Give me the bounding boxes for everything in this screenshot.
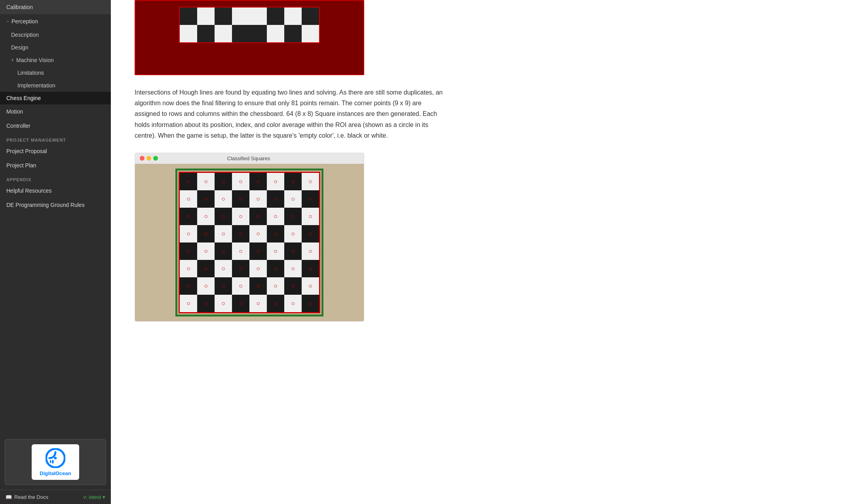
sidebar-item-de-programming[interactable]: DE Programming Ground Rules bbox=[0, 198, 111, 212]
sidebar-item-chess-engine[interactable]: Chess Engine bbox=[0, 92, 111, 104]
book-icon: 📖 bbox=[6, 494, 12, 500]
main-content: Intersections of Hough lines are found b… bbox=[111, 0, 848, 504]
dot-minimize bbox=[146, 156, 151, 161]
sidebar-ad-section: DigitalOcean bbox=[0, 434, 111, 490]
sidebar-item-helpful-resources[interactable]: Helpful Resources bbox=[0, 184, 111, 198]
sidebar: Calibration − Perception Description Des… bbox=[0, 0, 111, 504]
section-appendix: APPENDIX bbox=[0, 172, 111, 184]
limitations-label: Limitations bbox=[17, 70, 44, 76]
sidebar-item-project-proposal[interactable]: Project Proposal bbox=[0, 144, 111, 158]
classified-board-container: ○ ○ ○ ○ ○ ○ ○ ○ ○ ○ ○ ○ ○ ○ ○ ○ ○ ○ ○ bbox=[135, 164, 364, 321]
project-proposal-label: Project Proposal bbox=[6, 148, 47, 154]
sidebar-item-controller[interactable]: Controller bbox=[0, 119, 111, 133]
sidebar-item-design[interactable]: Design bbox=[0, 41, 111, 54]
section-project-management: PROJECT MANAGEMENT bbox=[0, 133, 111, 144]
chess-engine-label: Chess Engine bbox=[6, 95, 41, 101]
machine-vision-label: Machine Vision bbox=[16, 57, 54, 63]
sidebar-item-calibration[interactable]: Calibration bbox=[0, 0, 111, 14]
version-selector[interactable]: v: latest ▾ bbox=[84, 494, 105, 500]
sidebar-item-motion[interactable]: Motion bbox=[0, 104, 111, 119]
expand-icon-perception: − bbox=[6, 19, 9, 24]
main-paragraph: Intersections of Hough lines are found b… bbox=[135, 87, 443, 141]
motion-label: Motion bbox=[6, 108, 23, 115]
version-label: v: latest bbox=[84, 494, 101, 500]
design-label: Design bbox=[11, 44, 29, 51]
top-chess-image bbox=[135, 0, 364, 75]
chess-board-top bbox=[135, 1, 363, 74]
dot-maximize bbox=[153, 156, 158, 161]
sidebar-item-machine-vision[interactable]: + Machine Vision bbox=[0, 54, 111, 66]
dot-close bbox=[140, 156, 145, 161]
helpful-resources-label: Helpful Resources bbox=[6, 188, 51, 194]
project-plan-label: Project Plan bbox=[6, 162, 36, 169]
sidebar-item-description[interactable]: Description bbox=[0, 28, 111, 41]
read-docs-label: Read the Docs bbox=[14, 494, 48, 500]
do-ad-box[interactable]: DigitalOcean bbox=[5, 439, 106, 485]
classified-squares-image: Classified Squares ○ ○ ○ ○ ○ ○ ○ ○ ○ ○ ○… bbox=[135, 153, 364, 322]
do-logo-icon bbox=[46, 448, 65, 468]
sidebar-footer: 📖 Read the Docs v: latest ▾ bbox=[0, 490, 111, 504]
sidebar-item-perception[interactable]: − Perception bbox=[0, 14, 111, 28]
controller-label: Controller bbox=[6, 123, 30, 129]
window-dots bbox=[140, 156, 158, 161]
expand-icon-machine-vision: + bbox=[11, 57, 14, 63]
implementation-label: Implementation bbox=[17, 82, 55, 89]
chevron-down-icon: ▾ bbox=[103, 494, 105, 500]
svg-point-1 bbox=[54, 457, 57, 459]
description-label: Description bbox=[11, 32, 39, 38]
classified-title: Classified Squares bbox=[227, 155, 270, 161]
sidebar-item-project-plan[interactable]: Project Plan bbox=[0, 158, 111, 172]
do-logo: DigitalOcean bbox=[32, 444, 79, 480]
calibration-label: Calibration bbox=[6, 4, 33, 10]
image-titlebar: Classified Squares bbox=[135, 153, 364, 164]
sidebar-item-implementation[interactable]: Implementation bbox=[0, 79, 111, 92]
do-text: DigitalOcean bbox=[40, 470, 71, 476]
read-docs-link[interactable]: 📖 Read the Docs bbox=[6, 494, 48, 500]
de-programming-label: DE Programming Ground Rules bbox=[6, 202, 85, 208]
perception-label: Perception bbox=[11, 18, 38, 25]
sidebar-item-limitations[interactable]: Limitations bbox=[0, 66, 111, 79]
